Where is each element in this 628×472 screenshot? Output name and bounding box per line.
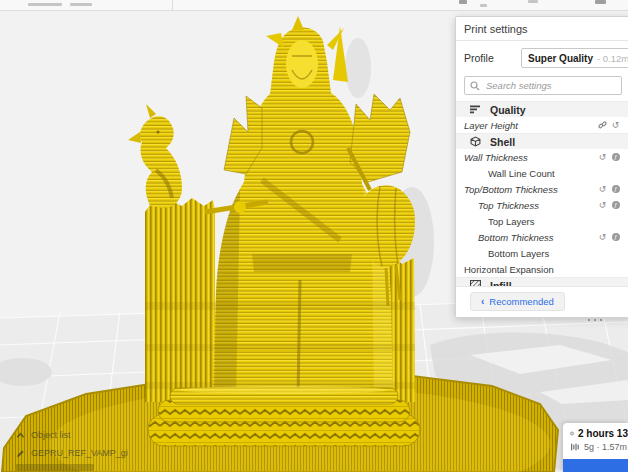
infill-icon bbox=[470, 280, 483, 286]
clock-icon bbox=[570, 428, 574, 439]
chevron-up-icon bbox=[16, 431, 25, 440]
revert-icon[interactable]: ↺ bbox=[598, 201, 607, 210]
object-list-item-partial bbox=[16, 464, 94, 471]
revert-icon[interactable]: ↺ bbox=[598, 153, 607, 162]
setting-label: Bottom Thickness bbox=[456, 232, 554, 243]
topbar-divider bbox=[172, 0, 173, 10]
setting-top-thickness[interactable]: Top Thickness↺ƒ bbox=[456, 197, 628, 213]
category-shell[interactable]: Shell bbox=[456, 133, 628, 149]
profile-dropdown[interactable]: Super Quality - 0.12mm bbox=[521, 48, 628, 68]
cura-window: Print settings Profile Super Quality - 0… bbox=[0, 0, 628, 472]
setting-layer-height[interactable]: Layer Height↺ bbox=[456, 117, 628, 133]
pencil-icon bbox=[16, 449, 25, 458]
chevron-down-icon bbox=[480, 4, 487, 7]
top-toolbar bbox=[0, 0, 628, 11]
profile-value: Super Quality bbox=[528, 53, 593, 64]
quality-icon bbox=[470, 105, 483, 114]
revert-icon[interactable]: ↺ bbox=[598, 233, 607, 242]
setting-bottom-layers[interactable]: Bottom Layers bbox=[456, 245, 628, 261]
setting-top-bottom-thickness[interactable]: Top/Bottom Thickness↺ƒ bbox=[456, 181, 628, 197]
fx-icon: ƒ bbox=[611, 185, 620, 194]
search-input[interactable] bbox=[484, 79, 616, 92]
revert-icon[interactable]: ↺ bbox=[611, 121, 620, 130]
revert-icon[interactable]: ↺ bbox=[598, 185, 607, 194]
search-icon bbox=[470, 81, 480, 91]
category-label: Quality bbox=[490, 104, 526, 116]
panel-resize-handle[interactable] bbox=[588, 319, 602, 321]
category-label: Infill bbox=[490, 280, 512, 287]
setting-bottom-thickness[interactable]: Bottom Thickness↺ƒ bbox=[456, 229, 628, 245]
topbar-text-fragment bbox=[28, 3, 62, 6]
setting-label: Bottom Layers bbox=[456, 248, 549, 259]
setting-indicators: ↺ƒ bbox=[598, 181, 620, 197]
setting-label: Layer Height bbox=[456, 120, 518, 131]
setting-top-layers[interactable]: Top Layers bbox=[456, 213, 628, 229]
setting-wall-thickness[interactable]: Wall Thickness↺ƒ bbox=[456, 149, 628, 165]
setting-label: Top Layers bbox=[456, 216, 534, 227]
topbar-button-fragment bbox=[459, 0, 467, 4]
chevron-left-icon: ‹ bbox=[481, 296, 484, 307]
settings-list: QualityLayer Height↺ShellWall Thickness↺… bbox=[456, 101, 628, 286]
preview-button[interactable] bbox=[563, 459, 628, 472]
model-pedestal[interactable] bbox=[148, 386, 420, 446]
shell-icon bbox=[470, 136, 483, 147]
profile-label: Profile bbox=[464, 52, 521, 64]
setting-label: Wall Thickness bbox=[456, 152, 528, 163]
category-quality[interactable]: Quality bbox=[456, 101, 628, 117]
fx-icon: ƒ bbox=[611, 201, 620, 210]
fx-icon: ƒ bbox=[611, 153, 620, 162]
panel-title: Print settings bbox=[456, 17, 628, 41]
filament-spool-icon bbox=[570, 442, 580, 452]
topbar-button-fragment bbox=[595, 0, 606, 4]
setting-indicators: ↺ bbox=[598, 117, 620, 133]
fx-icon: ƒ bbox=[611, 233, 620, 242]
print-estimate-card[interactable]: 2 hours 13 5g · 1.57m bbox=[563, 423, 628, 472]
setting-label: Horizontal Expansion bbox=[456, 264, 554, 275]
setting-indicators: ↺ƒ bbox=[598, 149, 620, 165]
topbar-button-fragment bbox=[528, 0, 538, 3]
object-list: Object list GEPRU_REF_VAMP_gi bbox=[16, 426, 128, 471]
setting-indicators: ↺ƒ bbox=[598, 197, 620, 213]
setting-label: Wall Line Count bbox=[456, 168, 555, 179]
setting-wall-line-count[interactable]: Wall Line Count bbox=[456, 165, 628, 181]
recommended-button[interactable]: ‹ Recommended bbox=[470, 292, 565, 311]
topbar-text-fragment bbox=[70, 3, 92, 6]
print-settings-panel: Print settings Profile Super Quality - 0… bbox=[455, 16, 628, 318]
settings-search[interactable] bbox=[464, 76, 622, 95]
setting-label: Top/Bottom Thickness bbox=[456, 184, 558, 195]
category-infill[interactable]: Infill bbox=[456, 277, 628, 286]
profile-layer-height: - 0.12mm bbox=[597, 53, 628, 64]
category-label: Shell bbox=[490, 136, 515, 148]
object-list-item[interactable]: GEPRU_REF_VAMP_gi bbox=[16, 444, 128, 462]
estimate-material: 5g · 1.57m bbox=[584, 442, 627, 452]
estimate-time: 2 hours 13 bbox=[578, 428, 628, 439]
object-list-toggle[interactable]: Object list bbox=[16, 426, 128, 444]
model-bird bbox=[128, 104, 182, 208]
setting-indicators: ↺ƒ bbox=[598, 229, 620, 245]
setting-label: Top Thickness bbox=[456, 200, 539, 211]
link-icon bbox=[598, 121, 607, 130]
setting-horizontal-expansion[interactable]: Horizontal Expansion bbox=[456, 261, 628, 277]
